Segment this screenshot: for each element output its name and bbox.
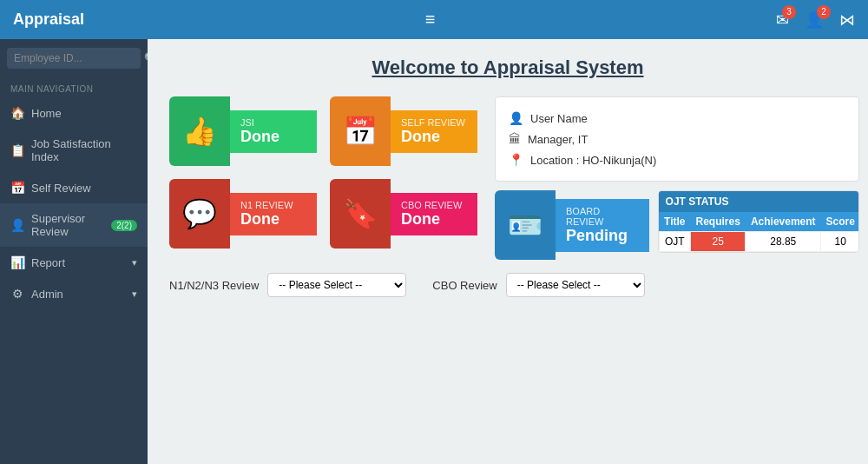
cbo-review-card[interactable]: 🔖 CBO REVIEW Done xyxy=(330,179,477,249)
location-icon: 📍 xyxy=(509,153,523,167)
ojt-col-title: Title xyxy=(659,212,690,232)
n1-dropdown-label: N1/N2/N3 Review xyxy=(169,279,259,292)
ojt-row-title: OJT xyxy=(659,232,690,252)
hamburger-menu[interactable]: ≡ xyxy=(425,10,436,30)
board-review-card-icon: 🪪 xyxy=(495,190,556,260)
board-ojt-row: 🪪 BOARD REVIEW Pending OJT STATUS xyxy=(495,190,859,260)
cbo-review-card-text: CBO REVIEW Done xyxy=(391,193,477,235)
cards-row-2: 💬 N1 REVIEW Done 🔖 CBO REVIEW xyxy=(169,179,477,249)
bookmark-icon: 🔖 xyxy=(343,197,378,230)
board-review-card[interactable]: 🪪 BOARD REVIEW Pending xyxy=(495,190,649,260)
topbar-icons: ✉ 3 👤 2 ⋈ xyxy=(776,10,855,30)
cbo-review-card-icon: 🔖 xyxy=(330,179,391,249)
ojt-col-achievement: Achievement xyxy=(746,212,821,232)
ojt-status-box: OJT STATUS Title Requires Achievement Sc… xyxy=(658,190,859,253)
sidebar-item-report-label: Report xyxy=(31,256,65,269)
calendar-icon: 📅 xyxy=(343,115,378,148)
ojt-row-requires: 25 xyxy=(691,232,746,252)
table-row: OJT 25 28.85 10 xyxy=(659,232,859,252)
report-arrow: ▾ xyxy=(132,257,137,268)
share-icon: ⋈ xyxy=(839,11,855,29)
sidebar-item-home[interactable]: 🏠 Home xyxy=(0,97,148,129)
jsi-icon: 📋 xyxy=(10,143,24,157)
share-icon-wrapper[interactable]: ⋈ xyxy=(839,10,855,30)
chat-icon: 💬 xyxy=(182,197,217,230)
cbo-dropdown-group: CBO Review -- Please Select -- xyxy=(432,273,644,297)
left-cards: 👍 JSI Done 📅 SELF REVIEW xyxy=(169,96,477,260)
sidebar-item-report[interactable]: 📊 Report ▾ xyxy=(0,247,148,278)
sidebar-item-admin-label: Admin xyxy=(31,288,63,301)
search-box[interactable]: 🔍 xyxy=(7,48,141,69)
admin-icon: ⚙ xyxy=(10,287,24,301)
sidebar-item-home-label: Home xyxy=(31,107,62,120)
home-icon: 🏠 xyxy=(10,106,24,120)
user-role: Manager, IT xyxy=(528,133,588,146)
n1-review-card-text: N1 REVIEW Done xyxy=(230,193,317,235)
sidebar-item-jsi-label: Job Satisfaction Index xyxy=(31,137,137,163)
ojt-row-achievement: 28.85 xyxy=(746,232,821,252)
board-review-card-status: Pending xyxy=(566,227,639,245)
n1-review-card[interactable]: 💬 N1 REVIEW Done xyxy=(169,179,317,249)
board-review-card-text: BOARD REVIEW Pending xyxy=(556,199,649,252)
n1-dropdown-select[interactable]: -- Please Select -- xyxy=(267,273,406,297)
self-review-card-text: SELF REVIEW Done xyxy=(391,110,477,153)
user-location: Location : HO-Nikunja(N) xyxy=(530,154,656,167)
building-icon: 🏛 xyxy=(509,132,521,146)
ojt-col-score: Score xyxy=(821,212,859,232)
sidebar-item-admin[interactable]: ⚙ Admin ▾ xyxy=(0,278,148,309)
ojt-header: OJT STATUS xyxy=(659,191,858,212)
self-review-card[interactable]: 📅 SELF REVIEW Done xyxy=(330,96,477,166)
ojt-col-requires: Requires xyxy=(691,212,746,232)
user-badge: 2 xyxy=(817,5,831,19)
cbo-dropdown-select[interactable]: -- Please Select -- xyxy=(506,273,645,297)
self-review-card-icon: 📅 xyxy=(330,96,391,166)
self-review-icon: 📅 xyxy=(10,181,24,195)
n1-review-card-status: Done xyxy=(240,210,306,229)
mail-badge: 3 xyxy=(782,5,796,19)
app-title: Appraisal xyxy=(13,10,84,29)
cbo-review-card-status: Done xyxy=(401,210,467,229)
n1-dropdown-group: N1/N2/N3 Review -- Please Select -- xyxy=(169,273,406,297)
n1-review-card-label: N1 REVIEW xyxy=(240,200,306,210)
main-content: Welcome to Appraisal System 👍 JSI Done xyxy=(148,39,868,464)
sidebar-item-self-review[interactable]: 📅 Self Review xyxy=(0,172,148,203)
main-layout: 🔍 MAIN NAVIGATION 🏠 Home 📋 Job Satisfact… xyxy=(0,39,868,464)
mail-icon-wrapper[interactable]: ✉ 3 xyxy=(776,10,789,30)
sidebar: 🔍 MAIN NAVIGATION 🏠 Home 📋 Job Satisfact… xyxy=(0,39,148,464)
user-name-row: 👤 User Name xyxy=(509,108,845,129)
admin-arrow: ▾ xyxy=(132,288,137,300)
user-role-row: 🏛 Manager, IT xyxy=(509,129,845,149)
self-review-card-label: SELF REVIEW xyxy=(401,117,467,128)
jsi-card-text: JSI Done xyxy=(230,110,317,153)
topbar: Appraisal ≡ ✉ 3 👤 2 ⋈ xyxy=(0,0,868,39)
page-title: Welcome to Appraisal System xyxy=(169,56,846,79)
sidebar-item-jsi[interactable]: 📋 Job Satisfaction Index xyxy=(0,129,148,172)
report-icon: 📊 xyxy=(10,255,24,269)
cbo-dropdown-label: CBO Review xyxy=(432,279,496,292)
ojt-table: Title Requires Achievement Score OJT 25 xyxy=(659,212,859,252)
sidebar-item-supervisor-review[interactable]: 👤 Supervisor Review 2(2) xyxy=(0,203,148,247)
user-name: User Name xyxy=(530,112,588,125)
ojt-row-score: 10 xyxy=(821,232,859,252)
content-grid: 👍 JSI Done 📅 SELF REVIEW xyxy=(169,96,846,260)
user-location-row: 📍 Location : HO-Nikunja(N) xyxy=(509,149,845,170)
supervisor-icon: 👤 xyxy=(10,218,24,232)
sidebar-item-supervisor-label: Supervisor Review xyxy=(31,212,101,238)
user-icon-wrapper[interactable]: 👤 2 xyxy=(805,10,824,30)
id-card-icon: 🪪 xyxy=(508,209,542,242)
search-input[interactable] xyxy=(14,52,144,64)
supervisor-badge: 2(2) xyxy=(111,220,137,231)
nav-label: MAIN NAVIGATION xyxy=(0,77,148,97)
self-review-card-status: Done xyxy=(401,128,467,146)
cbo-review-card-label: CBO REVIEW xyxy=(401,200,467,210)
board-review-card-label: BOARD REVIEW xyxy=(566,206,639,227)
jsi-card-label: JSI xyxy=(240,117,306,128)
thumbs-up-icon: 👍 xyxy=(182,115,217,148)
jsi-card-status: Done xyxy=(240,128,306,146)
jsi-card[interactable]: 👍 JSI Done xyxy=(169,96,317,166)
sidebar-item-self-review-label: Self Review xyxy=(31,182,91,195)
jsi-card-icon: 👍 xyxy=(169,96,230,166)
person-icon: 👤 xyxy=(509,111,523,125)
dropdown-section: N1/N2/N3 Review -- Please Select -- CBO … xyxy=(169,273,846,297)
n1-review-card-icon: 💬 xyxy=(169,179,230,249)
